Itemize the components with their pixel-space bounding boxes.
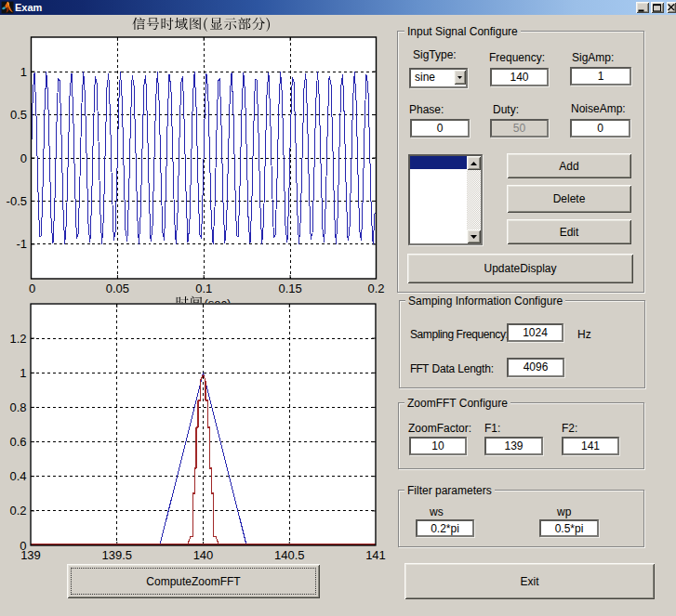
svg-text:0.6: 0.6: [9, 435, 26, 449]
svg-text:0.2: 0.2: [367, 282, 384, 295]
svg-text:0.5: 0.5: [10, 108, 27, 122]
svg-text:-0.5: -0.5: [7, 194, 27, 208]
svg-text:1: 1: [20, 366, 26, 380]
svg-text:0.1: 0.1: [195, 282, 212, 295]
svg-text:141: 141: [365, 548, 386, 562]
svg-text:0.4: 0.4: [9, 469, 26, 483]
svg-text:1: 1: [20, 65, 27, 79]
svg-text:140.5: 140.5: [274, 548, 305, 562]
svg-text:140: 140: [193, 548, 214, 562]
svg-text:0: 0: [29, 282, 35, 295]
svg-text:1.2: 1.2: [9, 332, 26, 346]
svg-text:0.15: 0.15: [278, 282, 301, 295]
svg-text:0.8: 0.8: [9, 400, 26, 414]
svg-text:139.5: 139.5: [101, 548, 132, 562]
svg-text:0.2: 0.2: [9, 504, 26, 518]
svg-text:0.05: 0.05: [106, 282, 129, 295]
svg-text:-1: -1: [16, 237, 27, 251]
svg-text:139: 139: [20, 548, 41, 562]
svg-text:0: 0: [20, 151, 27, 165]
